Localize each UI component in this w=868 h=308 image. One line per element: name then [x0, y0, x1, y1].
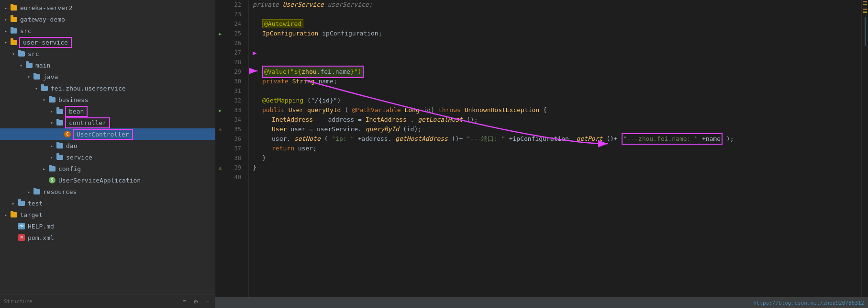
code-line-39: } [253, 163, 861, 172]
item-label: test [28, 200, 43, 207]
gutter-mark-3 [863, 9, 867, 10]
tree-item-dao[interactable]: dao [0, 140, 215, 151]
autowired-annotation: @Autowired [262, 19, 303, 28]
folder-blue-icon [17, 50, 26, 57]
tree-item-config[interactable]: config [0, 163, 215, 174]
right-gutter [861, 0, 868, 297]
line-30: 30 [215, 77, 248, 86]
item-label: resources [43, 188, 77, 195]
gutter-mark-2 [863, 4, 867, 5]
line-24: 24 [215, 19, 248, 29]
item-label: src [20, 27, 31, 34]
arrow-icon [48, 119, 56, 126]
folder-blue-icon [25, 61, 33, 69]
tree-item-src[interactable]: src [0, 25, 215, 36]
folder-blue-icon [48, 165, 56, 172]
tree-item-business[interactable]: business [0, 94, 215, 105]
code-text-38: } [253, 153, 266, 163]
var-plus-name: +name [702, 135, 721, 142]
arrow-icon [48, 153, 56, 161]
code-text-25: IpConfiguration ipConfiguration; [253, 29, 382, 38]
folder-blue-icon [56, 107, 64, 115]
code-text-30: private String name; [253, 77, 337, 86]
tree-item-test[interactable]: test [0, 197, 215, 209]
item-label: dao [66, 142, 77, 149]
linenum-40: 40 [225, 174, 244, 181]
line-37: 37 [215, 144, 248, 153]
linenum-31: 31 [225, 88, 244, 94]
method-name: queryById [307, 106, 341, 114]
line-34: 34 [215, 115, 248, 125]
folder-blue-icon [56, 119, 64, 126]
code-text-27: ▶ [253, 48, 256, 57]
gutter-25[interactable]: ▶ [215, 31, 225, 36]
arrow-icon [48, 142, 56, 149]
method-setnote: setNote [294, 135, 321, 142]
varname-25: ipConfiguration; [322, 30, 382, 37]
controller-label: controller [66, 118, 109, 127]
tree-item-target[interactable]: target [0, 209, 215, 220]
code-line-31 [253, 86, 861, 96]
folder-blue-icon [17, 199, 26, 207]
tree-item-java[interactable]: java [0, 71, 215, 82]
gutter-35[interactable]: ⚠ [215, 126, 225, 133]
code-line-30: private String name; [253, 77, 861, 86]
sort-button[interactable]: ≡ [180, 298, 188, 306]
tree-item-pomxml[interactable]: M pom.xml [0, 232, 215, 243]
folder-blue-icon [33, 73, 41, 80]
gutter-33[interactable]: ▶ [215, 108, 225, 113]
arrow-icon [48, 107, 56, 115]
tree-item-main[interactable]: main [0, 59, 215, 71]
md-icon: MD [17, 222, 26, 230]
tree-item-bean[interactable]: bean [0, 105, 215, 117]
code-line-24: @Autowired [253, 19, 861, 29]
tree-item-userserviceapp[interactable]: S UserServiceApplication [0, 174, 215, 186]
tree-item-gateway-demo[interactable]: gateway-demo [0, 13, 215, 25]
linenum-33: 33 [225, 107, 244, 114]
line-36: 36 [215, 134, 248, 144]
arrow-icon [40, 165, 48, 172]
linenum-27: 27 [225, 49, 244, 56]
method-querybyid: queryById [366, 125, 399, 133]
method-getport: getPort [577, 135, 603, 142]
kw-private: private [262, 78, 292, 85]
type-exception: UnknownHostException [465, 106, 543, 114]
code-line-40 [253, 172, 861, 182]
arrow-icon [40, 96, 48, 103]
blog-url[interactable]: https://blog.csdn.net/zhou920786312 [753, 300, 864, 306]
tree-item-package[interactable]: fei.zhou.userservice [0, 82, 215, 94]
minus-button[interactable]: − [203, 298, 211, 306]
linenum-22: 22 [225, 1, 244, 8]
type-user2: User [272, 125, 290, 133]
structure-label: Structure [4, 298, 33, 305]
getmapping-ann: @GetMapping [262, 97, 303, 104]
tree-item-eureka-server2[interactable]: eureka-server2 [0, 2, 215, 13]
tree-item-controller[interactable]: controller [0, 117, 215, 128]
setnote-args1: ( [324, 135, 328, 142]
code-line-23 [253, 10, 861, 19]
item-label: config [58, 165, 81, 172]
var-user3: user; [298, 145, 317, 152]
settings-button[interactable]: ⚙ [192, 298, 200, 306]
var-name: name; [318, 78, 337, 85]
kw-throws: throws [438, 106, 465, 114]
item-label: business [58, 96, 89, 103]
scrollbar-thumb[interactable] [865, 17, 866, 46]
bottom-status: https://blog.csdn.net/zhou920786312 [215, 297, 868, 308]
spaces: address = [317, 116, 366, 123]
dot: . [411, 116, 414, 123]
tree-item-src-us[interactable]: src [0, 48, 215, 59]
type-user: User [289, 106, 307, 114]
tree-item-helpmd[interactable]: MD HELP.md [0, 220, 215, 232]
arrow-icon [2, 27, 10, 34]
str-name: "---zhou.fei.name: " [623, 135, 699, 142]
tree-item-usercontroller[interactable]: C UserController [0, 128, 215, 140]
linenum-36: 36 [225, 136, 244, 142]
tree-item-user-service[interactable]: user-service [0, 36, 215, 48]
arrow-icon [2, 4, 10, 11]
tree-item-resources[interactable]: resources [0, 186, 215, 197]
code-text-34: InetAddress address = InetAddress . getL… [253, 115, 478, 125]
tree-item-service[interactable]: service [0, 151, 215, 163]
line-33: ▶ 33 [215, 105, 248, 115]
gutter-39[interactable]: ⚠ [215, 165, 225, 171]
